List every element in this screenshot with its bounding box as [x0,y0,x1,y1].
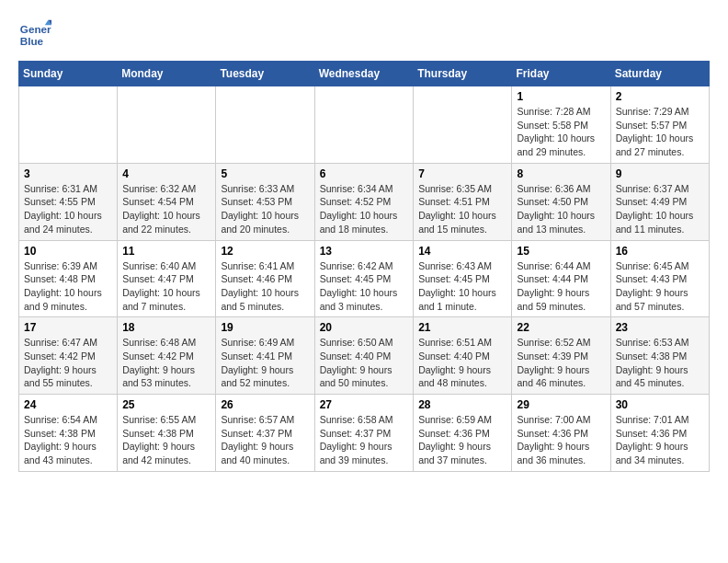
calendar-cell: 13Sunrise: 6:42 AM Sunset: 4:45 PM Dayli… [314,240,414,317]
day-number: 28 [418,398,506,411]
day-number: 4 [122,167,210,180]
calendar-week-5: 24Sunrise: 6:54 AM Sunset: 4:38 PM Dayli… [19,395,710,472]
day-number: 8 [517,167,605,180]
day-number: 23 [616,321,704,334]
calendar-cell: 21Sunrise: 6:51 AM Sunset: 4:40 PM Dayli… [414,317,512,395]
day-info: Sunrise: 6:58 AM Sunset: 4:37 PM Dayligh… [320,413,409,467]
day-info: Sunrise: 6:32 AM Sunset: 4:54 PM Dayligh… [122,182,210,236]
calendar: SundayMondayTuesdayWednesdayThursdayFrid… [18,61,710,472]
calendar-cell: 24Sunrise: 6:54 AM Sunset: 4:38 PM Dayli… [19,395,118,472]
calendar-cell: 23Sunrise: 6:53 AM Sunset: 4:38 PM Dayli… [610,317,709,395]
calendar-cell: 19Sunrise: 6:49 AM Sunset: 4:41 PM Dayli… [216,317,314,395]
calendar-week-2: 3Sunrise: 6:31 AM Sunset: 4:55 PM Daylig… [19,163,710,240]
page-header: General Blue [18,18,710,52]
day-number: 25 [122,398,210,411]
calendar-week-3: 10Sunrise: 6:39 AM Sunset: 4:48 PM Dayli… [19,240,710,317]
calendar-cell: 27Sunrise: 6:58 AM Sunset: 4:37 PM Dayli… [314,395,414,472]
day-info: Sunrise: 7:29 AM Sunset: 5:57 PM Dayligh… [616,105,704,159]
day-number: 29 [517,398,605,411]
weekday-header-tuesday: Tuesday [216,62,314,86]
logo-icon: General Blue [18,18,51,52]
day-info: Sunrise: 7:00 AM Sunset: 4:36 PM Dayligh… [517,413,605,467]
calendar-cell: 26Sunrise: 6:57 AM Sunset: 4:37 PM Dayli… [216,395,314,472]
day-number: 30 [616,398,704,411]
day-info: Sunrise: 6:54 AM Sunset: 4:38 PM Dayligh… [24,413,112,467]
calendar-cell: 9Sunrise: 6:37 AM Sunset: 4:49 PM Daylig… [610,163,709,240]
calendar-header-row: SundayMondayTuesdayWednesdayThursdayFrid… [19,62,710,86]
calendar-cell: 8Sunrise: 6:36 AM Sunset: 4:50 PM Daylig… [512,163,610,240]
day-info: Sunrise: 6:51 AM Sunset: 4:40 PM Dayligh… [418,336,506,390]
calendar-cell: 6Sunrise: 6:34 AM Sunset: 4:52 PM Daylig… [314,163,414,240]
calendar-cell: 29Sunrise: 7:00 AM Sunset: 4:36 PM Dayli… [512,395,610,472]
day-number: 27 [320,398,409,411]
day-number: 22 [517,321,605,334]
day-info: Sunrise: 6:47 AM Sunset: 4:42 PM Dayligh… [24,336,112,390]
day-number: 20 [320,321,409,334]
weekday-header-wednesday: Wednesday [314,62,414,86]
weekday-header-friday: Friday [512,62,610,86]
day-number: 12 [221,245,309,258]
day-number: 11 [122,245,210,258]
day-info: Sunrise: 6:43 AM Sunset: 4:45 PM Dayligh… [418,259,506,314]
calendar-cell [19,86,118,164]
calendar-cell: 11Sunrise: 6:40 AM Sunset: 4:47 PM Dayli… [118,240,216,317]
day-info: Sunrise: 6:40 AM Sunset: 4:47 PM Dayligh… [122,259,210,314]
calendar-cell [216,86,314,164]
calendar-cell [118,86,216,164]
calendar-cell [414,86,512,164]
day-info: Sunrise: 7:28 AM Sunset: 5:58 PM Dayligh… [517,105,605,159]
day-info: Sunrise: 6:42 AM Sunset: 4:45 PM Dayligh… [320,259,409,314]
calendar-cell [314,86,414,164]
day-number: 21 [418,321,506,334]
calendar-cell: 20Sunrise: 6:50 AM Sunset: 4:40 PM Dayli… [314,317,414,395]
calendar-cell: 17Sunrise: 6:47 AM Sunset: 4:42 PM Dayli… [19,317,118,395]
day-number: 14 [418,245,506,258]
day-info: Sunrise: 7:01 AM Sunset: 4:36 PM Dayligh… [616,413,704,467]
calendar-cell: 12Sunrise: 6:41 AM Sunset: 4:46 PM Dayli… [216,240,314,317]
day-number: 24 [24,398,112,411]
day-number: 2 [616,90,704,103]
calendar-cell: 4Sunrise: 6:32 AM Sunset: 4:54 PM Daylig… [118,163,216,240]
day-info: Sunrise: 6:50 AM Sunset: 4:40 PM Dayligh… [320,336,409,390]
day-number: 16 [616,245,704,258]
day-info: Sunrise: 6:53 AM Sunset: 4:38 PM Dayligh… [616,336,704,390]
day-number: 6 [320,167,409,180]
calendar-cell: 18Sunrise: 6:48 AM Sunset: 4:42 PM Dayli… [118,317,216,395]
day-info: Sunrise: 6:36 AM Sunset: 4:50 PM Dayligh… [517,182,605,236]
weekday-header-monday: Monday [118,62,216,86]
calendar-cell: 7Sunrise: 6:35 AM Sunset: 4:51 PM Daylig… [414,163,512,240]
day-number: 10 [24,245,112,258]
day-info: Sunrise: 6:31 AM Sunset: 4:55 PM Dayligh… [24,182,112,236]
day-number: 9 [616,167,704,180]
day-info: Sunrise: 6:59 AM Sunset: 4:36 PM Dayligh… [418,413,506,467]
day-info: Sunrise: 6:44 AM Sunset: 4:44 PM Dayligh… [517,259,605,314]
day-info: Sunrise: 6:57 AM Sunset: 4:37 PM Dayligh… [221,413,309,467]
day-number: 26 [221,398,309,411]
day-info: Sunrise: 6:41 AM Sunset: 4:46 PM Dayligh… [221,259,309,314]
day-number: 17 [24,321,112,334]
calendar-cell: 1Sunrise: 7:28 AM Sunset: 5:58 PM Daylig… [512,86,610,164]
calendar-cell: 14Sunrise: 6:43 AM Sunset: 4:45 PM Dayli… [414,240,512,317]
calendar-cell: 10Sunrise: 6:39 AM Sunset: 4:48 PM Dayli… [19,240,118,317]
calendar-week-1: 1Sunrise: 7:28 AM Sunset: 5:58 PM Daylig… [19,86,710,164]
day-number: 7 [418,167,506,180]
calendar-cell: 25Sunrise: 6:55 AM Sunset: 4:38 PM Dayli… [118,395,216,472]
calendar-cell: 15Sunrise: 6:44 AM Sunset: 4:44 PM Dayli… [512,240,610,317]
calendar-cell: 16Sunrise: 6:45 AM Sunset: 4:43 PM Dayli… [610,240,709,317]
day-info: Sunrise: 6:35 AM Sunset: 4:51 PM Dayligh… [418,182,506,236]
calendar-cell: 28Sunrise: 6:59 AM Sunset: 4:36 PM Dayli… [414,395,512,472]
day-number: 13 [320,245,409,258]
day-info: Sunrise: 6:55 AM Sunset: 4:38 PM Dayligh… [122,413,210,467]
calendar-cell: 5Sunrise: 6:33 AM Sunset: 4:53 PM Daylig… [216,163,314,240]
day-info: Sunrise: 6:34 AM Sunset: 4:52 PM Dayligh… [320,182,409,236]
calendar-cell: 2Sunrise: 7:29 AM Sunset: 5:57 PM Daylig… [610,86,709,164]
weekday-header-sunday: Sunday [19,62,118,86]
day-number: 5 [221,167,309,180]
day-info: Sunrise: 6:37 AM Sunset: 4:49 PM Dayligh… [616,182,704,236]
day-number: 18 [122,321,210,334]
day-info: Sunrise: 6:33 AM Sunset: 4:53 PM Dayligh… [221,182,309,236]
day-number: 1 [517,90,605,103]
calendar-week-4: 17Sunrise: 6:47 AM Sunset: 4:42 PM Dayli… [19,317,710,395]
day-info: Sunrise: 6:49 AM Sunset: 4:41 PM Dayligh… [221,336,309,390]
calendar-cell: 22Sunrise: 6:52 AM Sunset: 4:39 PM Dayli… [512,317,610,395]
